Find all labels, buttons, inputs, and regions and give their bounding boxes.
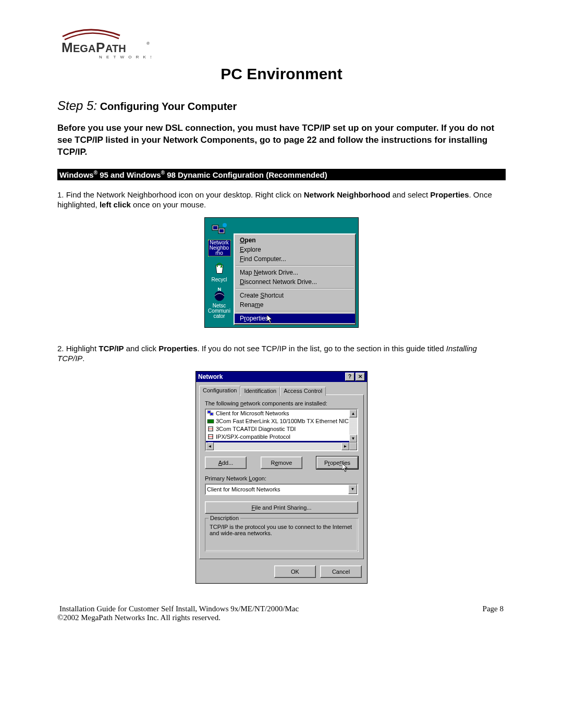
scroll-down-button[interactable]: ▼: [349, 435, 357, 442]
desktop-icon-recycle-bin[interactable]: Recycl: [208, 260, 231, 282]
menu-item-rename[interactable]: Rename: [235, 300, 355, 310]
svg-rect-9: [219, 229, 224, 232]
menu-separator: [236, 311, 354, 312]
menu-item-properties[interactable]: Properties: [235, 314, 355, 323]
list-item-label: 3Com TCAATDI Diagnostic TDI: [216, 426, 296, 432]
tab-identification[interactable]: Identification: [240, 387, 280, 396]
client-icon: [207, 410, 214, 417]
list-item-label: Client for Microsoft Networks: [216, 410, 289, 416]
icon-label: Network Neighborho: [208, 240, 231, 256]
text: and select: [390, 190, 431, 199]
desktop-icon-network-neighborhood[interactable]: Network Neighborho: [208, 222, 231, 256]
menu-item-disconnect-drive[interactable]: Disconnect Network Drive...: [235, 277, 355, 287]
remove-button[interactable]: Remove: [261, 456, 302, 469]
menu-item-open[interactable]: OOpenpen: [235, 236, 355, 245]
list-item[interactable]: 3Com Fast EtherLink XL 10/100Mb TX Ether…: [206, 417, 357, 425]
footer-page-number: Page 8: [483, 604, 504, 613]
registered-mark: ®: [161, 170, 165, 176]
footer-copyright: ©2002 MegaPath Networks Inc. All rights …: [57, 613, 506, 622]
menu-item-explore[interactable]: Explore: [235, 245, 355, 254]
context-menu: OOpenpen Explore Find Computer... Map Ne…: [234, 233, 356, 325]
text: once on your mouse.: [131, 200, 206, 209]
cancel-button[interactable]: Cancel: [320, 565, 362, 578]
dialog-title: Network: [198, 373, 223, 380]
svg-point-10: [223, 223, 227, 227]
bold-text: Properties: [430, 190, 469, 199]
horizontal-scrollbar[interactable]: ◄ ►: [206, 442, 357, 450]
dialog-tabs: Configuration Identification Access Cont…: [199, 386, 364, 395]
vertical-scrollbar[interactable]: ▲ ▼: [349, 410, 357, 442]
svg-rect-7: [213, 226, 217, 229]
close-button[interactable]: ✕: [356, 373, 365, 381]
section-text: Windows: [59, 170, 94, 179]
text: Highlight: [66, 344, 99, 353]
dropdown-button[interactable]: ▼: [348, 485, 357, 494]
svg-text:M: M: [62, 40, 72, 55]
instruction-1: 1. Find the Network Neighborhood icon on…: [57, 190, 506, 210]
svg-rect-21: [209, 421, 210, 422]
tab-access-control[interactable]: Access Control: [280, 387, 326, 396]
desktop-icon-netscape[interactable]: N Netsc Communicator: [208, 286, 231, 319]
bold-text: TCP/IP: [99, 344, 124, 353]
description-legend: Description: [209, 515, 240, 521]
instruction-2: 2. Highlight TCP/IP and click Properties…: [57, 343, 506, 364]
footer-guide-title: Installation Guide for Customer Self Ins…: [59, 604, 299, 613]
description-fieldset: Description TCP/IP is the protocol you u…: [205, 518, 358, 551]
list-item[interactable]: Client for Microsoft Networks: [206, 410, 357, 417]
ok-button[interactable]: OK: [274, 565, 316, 578]
step-label: Step 5:: [57, 98, 97, 113]
help-button[interactable]: ?: [345, 373, 354, 381]
bold-text: Properties: [158, 344, 197, 353]
svg-text:N E T W O R K S: N E T W O R K S: [99, 55, 151, 59]
bold-text: left click: [100, 200, 131, 209]
dialog-titlebar: Network ? ✕: [196, 372, 367, 382]
step-heading: Step 5: Configuring Your Computer: [57, 98, 506, 113]
step-number: 1.: [57, 190, 66, 199]
adapter-icon: [207, 418, 214, 425]
menu-item-find-computer[interactable]: Find Computer...: [235, 254, 355, 264]
section-text: 98 Dynamic Configuration (Recommended): [165, 170, 327, 179]
svg-rect-19: [211, 413, 213, 415]
svg-rect-20: [207, 419, 214, 423]
text: .: [82, 354, 84, 363]
properties-button[interactable]: Properties: [316, 456, 358, 469]
cursor-icon: [342, 463, 349, 473]
scroll-up-button[interactable]: ▲: [349, 410, 357, 417]
menu-item-create-shortcut[interactable]: Create Shortcut: [235, 291, 355, 300]
svg-marker-37: [342, 463, 347, 472]
svg-text:N: N: [217, 287, 221, 292]
cursor-icon: [267, 315, 274, 324]
page-footer: Installation Guide for Customer Self Ins…: [57, 604, 506, 622]
svg-point-13: [214, 291, 224, 301]
step-title: Configuring Your Computer: [100, 101, 237, 112]
components-listbox[interactable]: Client for Microsoft Networks 3Com Fast …: [205, 409, 358, 451]
section-header-bar: Windows® 95 and Windows® 98 Dynamic Conf…: [57, 169, 506, 180]
add-button[interactable]: Add...: [205, 456, 247, 469]
screenshot-desktop-context-menu: Network Neighborho Recycl: [204, 217, 359, 328]
list-item[interactable]: IPX/SPX-compatible Protocol: [206, 433, 357, 441]
protocol-icon: [207, 434, 214, 440]
scroll-left-button[interactable]: ◄: [206, 442, 214, 450]
text: and click: [124, 344, 159, 353]
icon-label: Netsc Communicator: [208, 303, 231, 319]
primary-logon-combo[interactable]: Client for Microsoft Networks ▼: [205, 484, 358, 495]
tab-configuration[interactable]: Configuration: [199, 386, 240, 395]
scroll-corner: [349, 442, 357, 450]
menu-separator: [236, 288, 354, 289]
svg-text:®: ®: [146, 41, 150, 46]
screenshot-network-dialog: Network ? ✕ Configuration Identification…: [195, 371, 368, 584]
page-title: PC Environment: [57, 65, 506, 83]
menu-item-map-drive[interactable]: Map Network Drive...: [235, 268, 355, 277]
tab-panel-configuration: The following network components are ins…: [199, 394, 364, 559]
section-text: 95 and Windows: [97, 170, 161, 179]
megapath-logo: M EGA P ATH ® N E T W O R K S: [57, 26, 151, 63]
scroll-right-button[interactable]: ►: [341, 442, 349, 450]
file-print-sharing-button[interactable]: File and Print Sharing...: [205, 501, 358, 514]
list-item[interactable]: 3Com TCAATDI Diagnostic TDI: [206, 425, 357, 433]
network-neighborhood-icon: [211, 222, 228, 239]
components-label: The following network components are ins…: [205, 400, 358, 406]
menu-separator: [236, 265, 354, 266]
text: . If you do not see TCP/IP in the list, …: [197, 344, 446, 353]
icon-label: Recycl: [211, 277, 227, 282]
netscape-icon: N: [211, 286, 228, 302]
